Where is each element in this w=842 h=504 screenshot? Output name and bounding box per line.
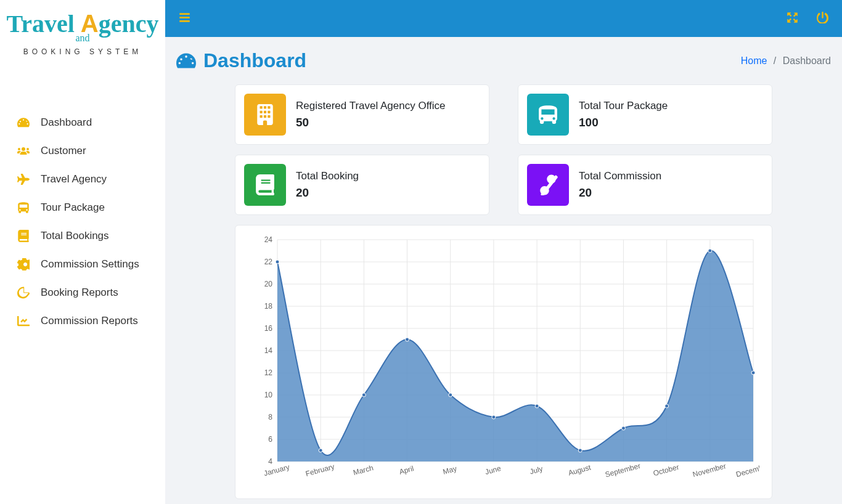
svg-text:April: April (398, 464, 415, 476)
nav-label: Customer (41, 145, 86, 157)
svg-point-56 (708, 249, 712, 253)
svg-point-47 (319, 449, 322, 452)
percent-icon (527, 164, 569, 206)
nav-label: Total Bookings (41, 230, 109, 242)
svg-text:12: 12 (264, 368, 273, 377)
svg-text:October: October (652, 463, 680, 478)
nav-tour-package[interactable]: Tour Package (0, 193, 165, 222)
svg-point-51 (492, 415, 496, 419)
logo: Travel Agency and BOOKING SYSTEM (0, 0, 165, 75)
nav-label: Travel Agency (41, 173, 107, 185)
svg-text:August: August (567, 463, 592, 477)
line-chart-icon (17, 315, 33, 327)
gauge-icon (17, 116, 33, 129)
nav-label: Booking Reports (41, 287, 118, 299)
stat-card-agency: Registered Travel Agency Office 50 (235, 84, 489, 145)
page-title: Dashboard (176, 49, 306, 72)
svg-text:22: 22 (264, 258, 273, 266)
nav-booking-reports[interactable]: Booking Reports (0, 278, 165, 307)
svg-text:July: July (529, 465, 544, 476)
stat-card-package: Total Tour Package 100 (518, 84, 772, 145)
svg-text:24: 24 (264, 237, 273, 244)
svg-text:January: January (263, 463, 291, 478)
expand-icon[interactable] (787, 12, 798, 26)
plane-icon (17, 173, 33, 185)
stat-label: Total Booking (296, 170, 359, 182)
menu-toggle-button[interactable] (179, 12, 190, 26)
breadcrumb-current: Dashboard (783, 55, 831, 66)
svg-text:February: February (305, 462, 335, 478)
svg-text:March: March (352, 463, 374, 477)
nav-dashboard[interactable]: Dashboard (0, 108, 165, 137)
svg-text:September: September (604, 461, 641, 479)
svg-point-53 (578, 449, 582, 452)
nav-label: Commission Settings (41, 258, 139, 270)
nav-label: Commission Reports (41, 315, 138, 327)
pie-chart-icon (17, 287, 33, 299)
nav-menu: Dashboard Customer Travel Agency Tour Pa… (0, 75, 165, 335)
nav-commission-settings[interactable]: Commission Settings (0, 250, 165, 278)
svg-text:6: 6 (268, 435, 272, 444)
svg-text:8: 8 (268, 413, 272, 421)
svg-text:20: 20 (264, 280, 273, 288)
book-icon (244, 164, 286, 206)
sidebar: Travel Agency and BOOKING SYSTEM Dashboa… (0, 0, 165, 504)
gauge-icon (176, 51, 196, 71)
power-icon[interactable] (817, 12, 828, 26)
topbar (165, 0, 842, 37)
chart-card: 4681012141618202224JanuaryFebruaryMarchA… (235, 225, 772, 499)
stat-value: 20 (296, 186, 359, 200)
gear-icon (17, 258, 33, 270)
bus-icon (527, 94, 569, 136)
svg-point-49 (406, 338, 409, 341)
svg-text:16: 16 (264, 324, 273, 333)
book-icon (17, 230, 33, 242)
bus-icon (17, 201, 33, 214)
svg-point-57 (751, 371, 755, 375)
svg-point-48 (362, 393, 366, 397)
stat-value: 50 (296, 116, 446, 129)
stat-label: Registered Travel Agency Office (296, 100, 446, 112)
building-icon (244, 94, 286, 136)
svg-text:December: December (735, 461, 759, 479)
users-icon (17, 145, 33, 157)
svg-point-50 (449, 393, 452, 397)
area-chart: 4681012141618202224JanuaryFebruaryMarchA… (248, 237, 759, 486)
svg-point-52 (535, 404, 539, 408)
stat-label: Total Tour Package (579, 100, 668, 112)
nav-label: Dashboard (41, 116, 92, 129)
svg-text:14: 14 (264, 346, 273, 355)
stat-value: 20 (579, 186, 661, 200)
nav-travel-agency[interactable]: Travel Agency (0, 165, 165, 193)
svg-text:18: 18 (264, 302, 273, 311)
svg-text:10: 10 (264, 391, 273, 399)
svg-point-55 (665, 404, 669, 408)
svg-point-54 (621, 426, 625, 430)
nav-label: Tour Package (41, 201, 105, 214)
nav-total-bookings[interactable]: Total Bookings (0, 222, 165, 250)
stat-label: Total Commission (579, 170, 661, 182)
breadcrumb: Home / Dashboard (741, 55, 831, 67)
svg-text:June: June (484, 464, 502, 476)
breadcrumb-home[interactable]: Home (741, 55, 767, 66)
svg-text:May: May (442, 464, 458, 476)
svg-text:November: November (692, 461, 727, 479)
svg-text:4: 4 (268, 457, 272, 466)
stat-card-commission: Total Commission 20 (518, 155, 772, 215)
svg-point-46 (276, 260, 279, 264)
stat-value: 100 (579, 116, 668, 129)
nav-commission-reports[interactable]: Commission Reports (0, 307, 165, 335)
nav-customer[interactable]: Customer (0, 137, 165, 165)
stat-card-booking: Total Booking 20 (235, 155, 489, 215)
